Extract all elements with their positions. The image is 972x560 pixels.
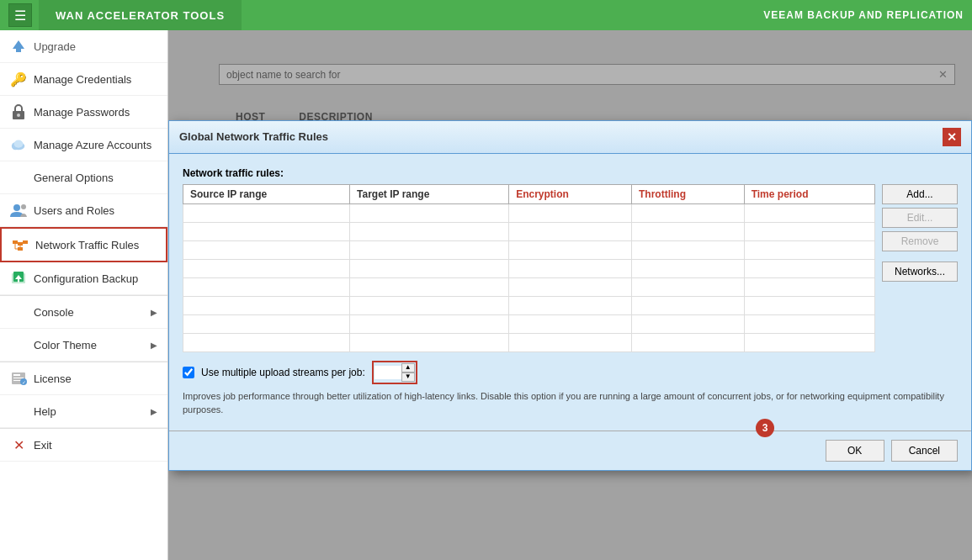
col-throttling: Throttling bbox=[632, 184, 745, 203]
badge-3: 3 bbox=[756, 419, 774, 437]
sidebar-item-console[interactable]: Console ▶ bbox=[0, 296, 167, 329]
sidebar-label: Network Traffic Rules bbox=[35, 239, 156, 251]
sidebar-upgrade-label: Upgrade bbox=[34, 40, 76, 53]
table-row bbox=[183, 203, 875, 222]
upload-streams-label: Use multiple upload streams per job: bbox=[201, 367, 365, 378]
global-network-traffic-dialog: Global Network Traffic Rules ✕ Network t… bbox=[168, 120, 972, 471]
table-section: Source IP range Target IP range Encrypti… bbox=[183, 184, 958, 352]
sidebar-label: License bbox=[34, 372, 157, 385]
add-button[interactable]: Add... bbox=[882, 184, 958, 204]
exit-icon: ✕ bbox=[10, 436, 27, 453]
upload-streams-input[interactable]: 12 bbox=[374, 366, 401, 379]
modal-close-button[interactable]: ✕ bbox=[943, 128, 961, 146]
sidebar: Upgrade 🔑 Manage Credentials Manage Pass… bbox=[0, 30, 168, 560]
svg-rect-20 bbox=[13, 378, 24, 378]
sidebar-item-general-options[interactable]: General Options bbox=[0, 161, 167, 194]
remove-button[interactable]: Remove bbox=[882, 231, 958, 251]
spinner-up-button[interactable]: ▲ bbox=[401, 363, 415, 372]
sidebar-label: Color Theme bbox=[34, 339, 144, 351]
network-icon bbox=[12, 236, 29, 253]
general-options-icon bbox=[10, 169, 27, 186]
table-row bbox=[183, 333, 875, 351]
sidebar-item-license[interactable]: ✓ License bbox=[0, 362, 167, 395]
ok-button[interactable]: OK bbox=[826, 440, 884, 462]
table-buttons: Add... Edit... Remove Networks... bbox=[882, 184, 958, 352]
svg-rect-10 bbox=[23, 240, 28, 244]
table-wrapper: Source IP range Target IP range Encrypti… bbox=[183, 184, 875, 352]
table-row bbox=[183, 222, 875, 240]
modal-titlebar: Global Network Traffic Rules ✕ bbox=[169, 121, 971, 154]
upload-spinner-wrap: 12 ▲ ▼ bbox=[372, 361, 417, 384]
table-label: Network traffic rules: bbox=[183, 167, 958, 179]
edit-button[interactable]: Edit... bbox=[882, 208, 958, 228]
sidebar-label: General Options bbox=[34, 172, 157, 184]
svg-rect-8 bbox=[13, 240, 18, 244]
sidebar-label: Configuration Backup bbox=[34, 272, 157, 285]
table-row bbox=[183, 277, 875, 296]
sidebar-label: Manage Azure Accounts bbox=[34, 139, 157, 151]
table-row bbox=[183, 240, 875, 259]
help-icon bbox=[10, 403, 27, 420]
color-theme-icon bbox=[10, 336, 27, 353]
networks-button[interactable]: Networks... bbox=[882, 262, 958, 282]
sidebar-item-color-theme[interactable]: Color Theme ▶ bbox=[0, 329, 167, 362]
sidebar-item-manage-azure[interactable]: Manage Azure Accounts bbox=[0, 129, 167, 161]
sidebar-label: Console bbox=[34, 306, 144, 319]
lock-icon bbox=[10, 103, 27, 120]
col-target: Target IP range bbox=[350, 184, 509, 203]
sidebar-item-manage-credentials[interactable]: 🔑 Manage Credentials bbox=[0, 63, 167, 96]
arrow-icon: ▶ bbox=[151, 407, 157, 416]
spinner-down-button[interactable]: ▼ bbox=[401, 372, 415, 382]
modal-body: Network traffic rules: Source IP range T… bbox=[169, 154, 971, 431]
key-icon: 🔑 bbox=[10, 71, 27, 87]
upload-streams-checkbox[interactable] bbox=[183, 367, 194, 378]
menu-button[interactable]: ☰ bbox=[8, 3, 32, 27]
sidebar-item-network-traffic[interactable]: Network Traffic Rules bbox=[0, 227, 167, 262]
top-bar-left: ☰ WAN ACCELERATOR TOOLS bbox=[8, 0, 242, 30]
col-source: Source IP range bbox=[183, 184, 350, 203]
license-icon: ✓ bbox=[10, 370, 27, 387]
svg-text:✓: ✓ bbox=[22, 380, 26, 385]
table-row bbox=[183, 259, 875, 277]
sidebar-label: Manage Passwords bbox=[34, 106, 157, 119]
console-icon bbox=[10, 304, 27, 320]
upload-row: Use multiple upload streams per job: 12 … bbox=[183, 361, 958, 384]
sidebar-label: Help bbox=[34, 405, 144, 418]
table-row bbox=[183, 314, 875, 333]
sidebar-label: Users and Roles bbox=[34, 204, 157, 217]
sidebar-item-upgrade[interactable]: Upgrade bbox=[0, 30, 167, 63]
content-area: ✕ HOST DESCRIPTION Global Network Traffi… bbox=[168, 30, 972, 560]
traffic-table: Source IP range Target IP range Encrypti… bbox=[183, 184, 875, 352]
arrow-icon: ▶ bbox=[151, 308, 157, 317]
info-text: Improves job performance through better … bbox=[183, 389, 958, 417]
sidebar-item-config-backup[interactable]: Configuration Backup bbox=[0, 262, 167, 295]
table-row bbox=[183, 296, 875, 314]
svg-point-2 bbox=[17, 114, 20, 117]
svg-rect-19 bbox=[13, 374, 20, 376]
upgrade-icon bbox=[10, 38, 27, 55]
cloud-icon bbox=[10, 136, 27, 153]
backup-icon bbox=[10, 270, 27, 287]
main-layout: 1 Upgrade 🔑 Manage Credentials bbox=[0, 30, 972, 560]
sidebar-item-exit[interactable]: ✕ Exit bbox=[0, 429, 167, 462]
svg-point-7 bbox=[21, 204, 26, 209]
modal-footer: OK Cancel bbox=[169, 431, 971, 470]
svg-rect-9 bbox=[18, 242, 23, 246]
svg-marker-0 bbox=[13, 40, 24, 52]
users-icon bbox=[10, 202, 27, 219]
app-title: VEEAM BACKUP AND REPLICATION bbox=[763, 9, 964, 21]
col-encryption: Encryption bbox=[509, 184, 632, 203]
sidebar-label: Manage Credentials bbox=[34, 73, 157, 86]
toolbar-title: WAN ACCELERATOR TOOLS bbox=[39, 0, 242, 30]
cancel-button[interactable]: Cancel bbox=[891, 440, 958, 462]
sidebar-item-users-roles[interactable]: Users and Roles bbox=[0, 194, 167, 227]
arrow-icon: ▶ bbox=[151, 341, 157, 350]
sidebar-item-help[interactable]: Help ▶ bbox=[0, 395, 167, 428]
modal-title: Global Network Traffic Rules bbox=[179, 130, 328, 143]
svg-point-5 bbox=[14, 140, 24, 148]
sidebar-item-manage-passwords[interactable]: Manage Passwords bbox=[0, 96, 167, 129]
sidebar-label: Exit bbox=[34, 439, 157, 452]
spinner-buttons: ▲ ▼ bbox=[401, 363, 415, 382]
svg-point-6 bbox=[13, 204, 20, 211]
col-timeperiod: Time period bbox=[744, 184, 874, 203]
